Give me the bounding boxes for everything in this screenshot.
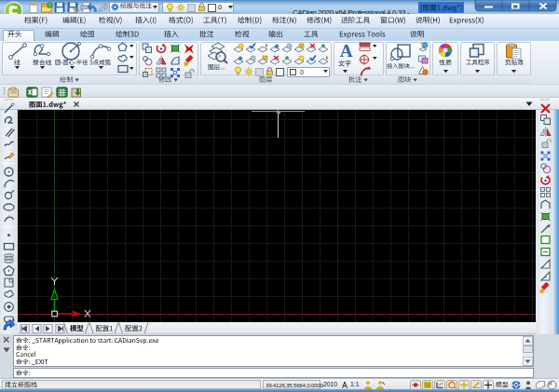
svg-text:A: A [340,41,353,60]
